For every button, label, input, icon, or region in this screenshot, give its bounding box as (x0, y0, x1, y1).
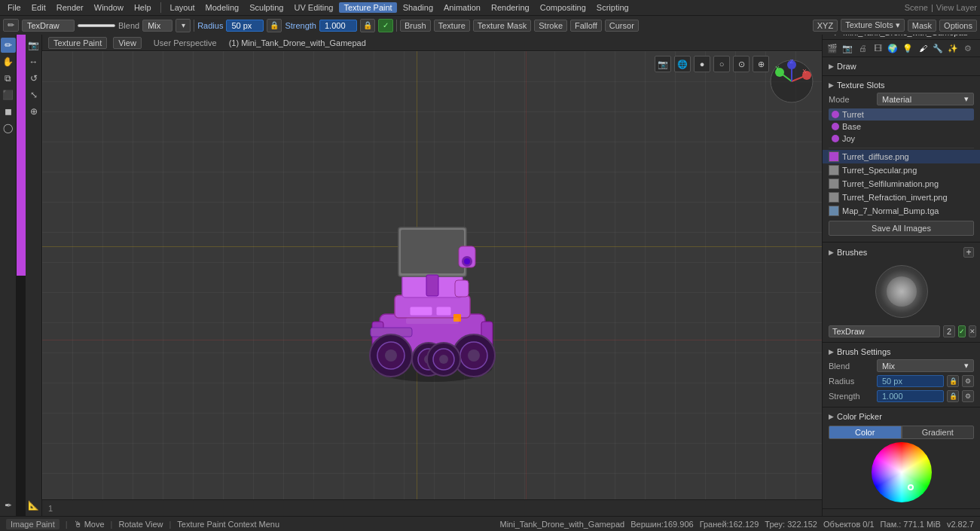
status-tris: Треу: 322.152 (765, 520, 817, 529)
menu-texture-paint[interactable]: Texture Paint (339, 2, 396, 13)
tex-diffuse[interactable]: Turret_diffuse.png (823, 150, 980, 163)
tex-selfillum[interactable]: Turret_Selfilumination.png (823, 177, 980, 191)
toolbar-strength-lock[interactable]: 🔒 (360, 19, 375, 32)
rp-world-icon[interactable]: 💡 (901, 41, 914, 55)
toolbar-texture-btn[interactable]: Texture (434, 20, 470, 32)
tool-blur[interactable]: ◯ (1, 121, 16, 136)
toolbar-brush-btn[interactable]: Brush (400, 20, 431, 32)
menu-uv-editing[interactable]: UV Editing (289, 2, 337, 13)
vp-view-btn[interactable]: View (113, 37, 142, 49)
color-picker-header[interactable]: ▶ Color Picker (823, 410, 980, 423)
add-brush-btn[interactable]: + (963, 247, 974, 258)
tool-fill[interactable]: ⬛ (1, 87, 16, 102)
tool2-move[interactable]: ↔ (26, 54, 41, 69)
menu-edit[interactable]: Edit (27, 2, 50, 13)
menu-shading[interactable]: Shading (398, 2, 438, 13)
toolbar-blend-value[interactable]: Mix (142, 20, 172, 32)
menu-layout[interactable]: Layout (166, 2, 200, 13)
save-all-images-btn[interactable]: Save All Images (829, 221, 974, 236)
mode-value[interactable]: Material ▾ (877, 93, 974, 105)
tool-mask[interactable]: ◼ (1, 104, 16, 119)
status-mode[interactable]: Image Paint (6, 519, 60, 529)
radius-settings-icon[interactable]: ⚙ (962, 375, 974, 387)
menu-window[interactable]: Window (90, 2, 128, 13)
toolbar-brush-icon[interactable]: ✏ (3, 19, 19, 32)
brush-checkmark-icon[interactable]: ✓ (958, 325, 966, 337)
toolbar-cursor-btn[interactable]: Cursor (605, 20, 639, 32)
rp-view-icon[interactable]: 🎞 (871, 41, 884, 55)
tool2-rotate[interactable]: ↺ (26, 71, 41, 86)
tex-refraction[interactable]: Turret_Refraction_invert.png (823, 191, 980, 204)
vp-gizmo-icon[interactable]: ⊕ (753, 56, 769, 72)
rp-physics-icon[interactable]: ⚙ (961, 41, 975, 55)
cp-tab-color[interactable]: Color (829, 426, 902, 439)
rp-modifier-icon[interactable]: 🔧 (931, 41, 945, 55)
menu-render[interactable]: Render (52, 2, 88, 13)
toolbar-radius-lock[interactable]: 🔒 (267, 19, 282, 32)
menu-scripting[interactable]: Scripting (592, 2, 633, 13)
material-base[interactable]: Base (829, 121, 974, 133)
vp-shading-solid[interactable]: ● (694, 56, 710, 72)
toolbar-falloff-btn[interactable]: Falloff (570, 20, 602, 32)
brush-name-input[interactable] (829, 325, 940, 337)
menu-help[interactable]: Help (130, 2, 156, 13)
toolbar-blend-dropdown[interactable]: ▾ (176, 19, 191, 32)
vp-globe-icon[interactable]: 🌐 (674, 56, 691, 72)
texture-slots-header[interactable]: ▶ Texture Slots (823, 79, 980, 91)
radius-lock-icon[interactable]: 🔒 (947, 375, 959, 387)
toolbar-texture-mask-btn[interactable]: Texture Mask (473, 20, 531, 32)
strength-settings-icon[interactable]: ⚙ (962, 390, 974, 402)
tool2-transform[interactable]: ⊕ (26, 104, 41, 119)
toolbar-radius-value[interactable]: 50 px (226, 20, 264, 32)
tool2-camera[interactable]: 📷 (26, 38, 41, 53)
viewport-3d[interactable]: 📷 🌐 ● ○ ⊙ ⊕ X Y Z (42, 51, 822, 516)
toolbar-stroke-btn[interactable]: Stroke (534, 20, 567, 32)
brush-x-icon[interactable]: ✕ (969, 325, 976, 337)
menu-animation[interactable]: Animation (439, 2, 485, 13)
brush-settings-header[interactable]: ▶ Brush Settings (823, 346, 980, 358)
menu-compositing[interactable]: Compositing (536, 2, 591, 13)
material-joy[interactable]: Joy (829, 133, 974, 145)
vp-camera-icon[interactable]: 📷 (655, 56, 671, 72)
mat-dot-base (832, 123, 839, 130)
tool2-scale[interactable]: ⤡ (26, 87, 41, 102)
rp-object-icon[interactable]: 🖌 (916, 41, 930, 55)
vp-shading-wire[interactable]: ○ (713, 56, 730, 72)
toolbar-mask-btn[interactable]: Mask (908, 20, 936, 32)
rp-particles-icon[interactable]: ✨ (946, 41, 960, 55)
rp-scene2-icon[interactable]: 🌍 (886, 41, 899, 55)
menu-bar: File Edit Render Window Help Layout Mode… (0, 0, 980, 15)
toolbar-brush-name[interactable]: TexDraw (22, 20, 75, 32)
material-turret[interactable]: Turret (829, 108, 974, 121)
draw-header[interactable]: ▶ Draw (823, 60, 980, 72)
toolbar-strength-checkmark[interactable]: ✓ (378, 19, 393, 32)
tool-clone[interactable]: ⧉ (1, 71, 16, 86)
tex-specular[interactable]: Turret_Specular.png (823, 163, 980, 177)
cp-tab-gradient[interactable]: Gradient (902, 426, 975, 439)
toolbar-color-swatch[interactable] (78, 24, 115, 27)
tex-normalbump[interactable]: Map_7_Normal_Bump.tga (823, 204, 980, 218)
vp-overlay-icon[interactable]: ⊙ (733, 56, 750, 72)
toolbar-texture-slots-btn[interactable]: Texture Slots ▾ (841, 19, 905, 32)
tool-draw[interactable]: ✏ (1, 38, 16, 53)
tool-annotate[interactable]: ✒ (1, 498, 16, 513)
menu-rendering[interactable]: Rendering (487, 2, 534, 13)
toolbar-strength-value[interactable]: 1.000 (319, 20, 357, 32)
menu-modeling[interactable]: Modeling (201, 2, 244, 13)
strength-lock-icon[interactable]: 🔒 (947, 390, 959, 402)
rp-render-icon[interactable]: 📷 (841, 41, 854, 55)
tool-grab[interactable]: ✋ (1, 54, 16, 69)
color-wheel[interactable] (872, 442, 932, 502)
toolbar-axes-display[interactable]: XYZ (813, 20, 838, 32)
menu-file[interactable]: File (3, 2, 26, 13)
toolbar-options-btn[interactable]: Options (939, 20, 977, 32)
menu-sculpting[interactable]: Sculpting (245, 2, 288, 13)
blend-value[interactable]: Mix ▾ (877, 359, 974, 372)
rp-scene-icon[interactable]: 🎬 (826, 41, 839, 55)
brushes-header[interactable]: ▶ Brushes + (823, 246, 980, 259)
vp-texture-paint-btn[interactable]: Texture Paint (48, 37, 107, 49)
tool2-measure[interactable]: 📐 (26, 498, 41, 513)
strength-value-prop[interactable]: 1.000 (877, 390, 944, 402)
radius-value-prop[interactable]: 50 px (877, 375, 944, 387)
rp-output-icon[interactable]: 🖨 (856, 41, 869, 55)
